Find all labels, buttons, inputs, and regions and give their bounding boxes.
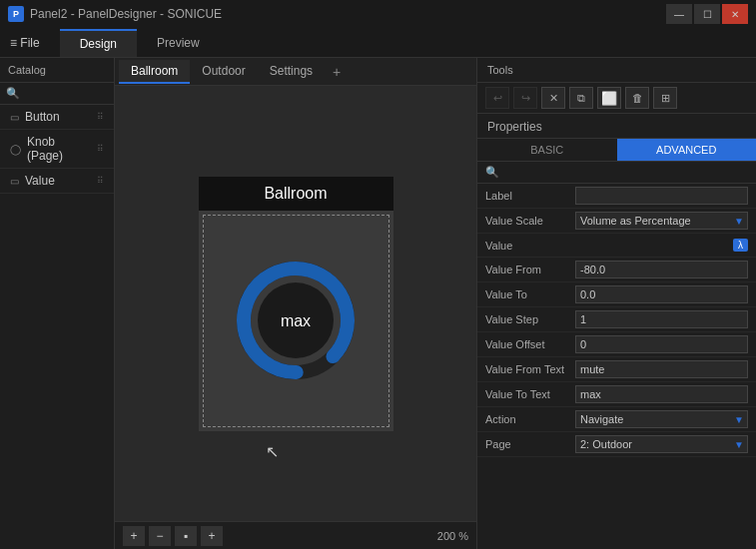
prop-input-value-from-text[interactable] bbox=[575, 360, 748, 378]
prop-row-value-step: Value Step bbox=[477, 307, 756, 332]
prop-row-value-from: Value From bbox=[477, 258, 756, 282]
catalog-item-button[interactable]: ▭ Button ⠿ bbox=[0, 105, 114, 130]
catalog-search-input[interactable] bbox=[24, 88, 108, 100]
catalog-search-box: 🔍 bbox=[0, 83, 114, 105]
prop-label-value-to: Value To bbox=[485, 288, 575, 300]
drag-handle: ⠿ bbox=[97, 112, 104, 122]
value-icon: ▭ bbox=[10, 176, 19, 187]
minimize-button[interactable]: — bbox=[666, 4, 692, 24]
catalog-item-label: Knob (Page) bbox=[27, 135, 91, 163]
prop-value-value: λ bbox=[575, 239, 748, 252]
catalog-title: Catalog bbox=[0, 58, 114, 83]
tab-add-button[interactable]: + bbox=[325, 62, 349, 82]
tab-basic[interactable]: BASIC bbox=[477, 139, 617, 161]
canvas-toolbar: + − ▪ + 200 % bbox=[115, 521, 476, 549]
cursor-indicator: ↖ bbox=[266, 442, 279, 461]
value-badge[interactable]: λ bbox=[733, 239, 748, 252]
catalog-sidebar: Catalog 🔍 ▭ Button ⠿ ◯ Knob (Page) ⠿ ▭ V… bbox=[0, 58, 115, 549]
prop-value-value-scale: Volume as Percentage Linear dB ▼ bbox=[575, 212, 748, 230]
tab-settings[interactable]: Settings bbox=[258, 60, 325, 84]
add-element-button[interactable]: + bbox=[123, 526, 145, 546]
tools-panel: Tools ↩ ↪ ✕ ⧉ ⬜ 🗑 ⊞ Properties BASIC ADV… bbox=[476, 58, 756, 549]
prop-value-label bbox=[575, 187, 748, 205]
file-menu[interactable]: ≡ File bbox=[0, 32, 50, 54]
prop-value-value-step bbox=[575, 310, 748, 328]
menubar: ≡ File Design Preview bbox=[0, 28, 756, 58]
window-controls: — ☐ ✕ bbox=[666, 4, 748, 24]
prop-row-action: Action Navigate None Toggle ▼ bbox=[477, 407, 756, 432]
prop-input-value-to[interactable] bbox=[575, 285, 748, 303]
tab-ballroom[interactable]: Ballroom bbox=[119, 60, 190, 84]
prop-value-action: Navigate None Toggle ▼ bbox=[575, 410, 748, 428]
center-button[interactable]: ▪ bbox=[175, 526, 197, 546]
props-search-input[interactable] bbox=[503, 167, 748, 179]
drag-handle: ⠿ bbox=[97, 144, 104, 154]
search-icon: 🔍 bbox=[6, 87, 20, 100]
prop-select-page[interactable]: 1: Ballroom 2: Outdoor 3: Settings bbox=[575, 435, 748, 453]
properties-section: Properties bbox=[477, 114, 756, 139]
prop-value-value-from-text bbox=[575, 360, 748, 378]
props-list: Label Value Scale Volume as Percentage L… bbox=[477, 184, 756, 549]
prop-label-value-offset: Value Offset bbox=[485, 338, 575, 350]
tab-advanced[interactable]: ADVANCED bbox=[617, 139, 757, 161]
prop-label-value-scale: Value Scale bbox=[485, 215, 575, 227]
knob-widget[interactable]: max bbox=[203, 215, 389, 427]
button-icon: ▭ bbox=[10, 112, 19, 123]
close-button[interactable]: ✕ bbox=[722, 4, 748, 24]
prop-input-value-offset[interactable] bbox=[575, 335, 748, 353]
canvas-container: Ballroom max bbox=[115, 86, 476, 521]
prop-row-value-to-text: Value To Text bbox=[477, 382, 756, 407]
prop-input-value-from[interactable] bbox=[575, 261, 748, 278]
app-title: P Panel2 - PanelDesigner - SONICUE bbox=[8, 6, 222, 22]
prop-row-value-offset: Value Offset bbox=[477, 332, 756, 357]
remove-element-button[interactable]: − bbox=[149, 526, 171, 546]
catalog-item-knob[interactable]: ◯ Knob (Page) ⠿ bbox=[0, 130, 114, 169]
app-icon: P bbox=[8, 6, 24, 22]
design-tab[interactable]: Design bbox=[60, 29, 137, 57]
settings-button[interactable]: + bbox=[201, 526, 223, 546]
preview-tab[interactable]: Preview bbox=[137, 30, 220, 56]
prop-row-page: Page 1: Ballroom 2: Outdoor 3: Settings … bbox=[477, 432, 756, 457]
canvas-area: Ballroom Outdoor Settings + Ballroom bbox=[115, 58, 476, 549]
prop-value-page: 1: Ballroom 2: Outdoor 3: Settings ▼ bbox=[575, 435, 748, 453]
main-layout: Catalog 🔍 ▭ Button ⠿ ◯ Knob (Page) ⠿ ▭ V… bbox=[0, 58, 756, 549]
catalog-item-label: Button bbox=[25, 110, 60, 124]
prop-row-value-scale: Value Scale Volume as Percentage Linear … bbox=[477, 209, 756, 234]
prop-label-page: Page bbox=[485, 438, 575, 450]
prop-value-value-to-text bbox=[575, 385, 748, 403]
knob-graphic: max bbox=[226, 251, 366, 390]
catalog-item-value[interactable]: ▭ Value ⠿ bbox=[0, 169, 114, 194]
props-search-icon: 🔍 bbox=[485, 166, 499, 179]
paste-button[interactable]: ⬜ bbox=[597, 87, 621, 109]
prop-label-action: Action bbox=[485, 413, 575, 425]
copy-button[interactable]: ⧉ bbox=[569, 87, 593, 109]
prop-select-action[interactable]: Navigate None Toggle bbox=[575, 410, 748, 428]
panel-canvas: Ballroom max bbox=[199, 177, 393, 431]
zoom-level: 200 % bbox=[437, 530, 468, 542]
prop-input-value-step[interactable] bbox=[575, 310, 748, 328]
panel-title: Ballroom bbox=[199, 177, 393, 211]
canvas-tabs: Ballroom Outdoor Settings + bbox=[115, 58, 476, 86]
cut-button[interactable]: ✕ bbox=[541, 87, 565, 109]
prop-label-label: Label bbox=[485, 190, 575, 202]
undo-button[interactable]: ↩ bbox=[485, 87, 509, 109]
delete-button[interactable]: 🗑 bbox=[625, 87, 649, 109]
catalog-item-label: Value bbox=[25, 174, 55, 188]
prop-label-value: Value bbox=[485, 240, 575, 252]
prop-select-value-scale[interactable]: Volume as Percentage Linear dB bbox=[575, 212, 748, 230]
tab-outdoor[interactable]: Outdoor bbox=[190, 60, 257, 84]
title-text: Panel2 - PanelDesigner - SONICUE bbox=[30, 7, 222, 21]
prop-value-value-to bbox=[575, 285, 748, 303]
redo-button[interactable]: ↪ bbox=[513, 87, 537, 109]
tools-header: Tools bbox=[477, 58, 756, 83]
prop-input-label[interactable] bbox=[575, 187, 748, 205]
props-search: 🔍 bbox=[477, 162, 756, 184]
prop-input-value-to-text[interactable] bbox=[575, 385, 748, 403]
maximize-button[interactable]: ☐ bbox=[694, 4, 720, 24]
prop-value-value-from bbox=[575, 261, 748, 278]
knob-label-text: max bbox=[281, 312, 311, 329]
prop-label-value-from-text: Value From Text bbox=[485, 363, 575, 375]
arrange-button[interactable]: ⊞ bbox=[653, 87, 677, 109]
prop-row-value-from-text: Value From Text bbox=[477, 357, 756, 382]
prop-row-label: Label bbox=[477, 184, 756, 209]
